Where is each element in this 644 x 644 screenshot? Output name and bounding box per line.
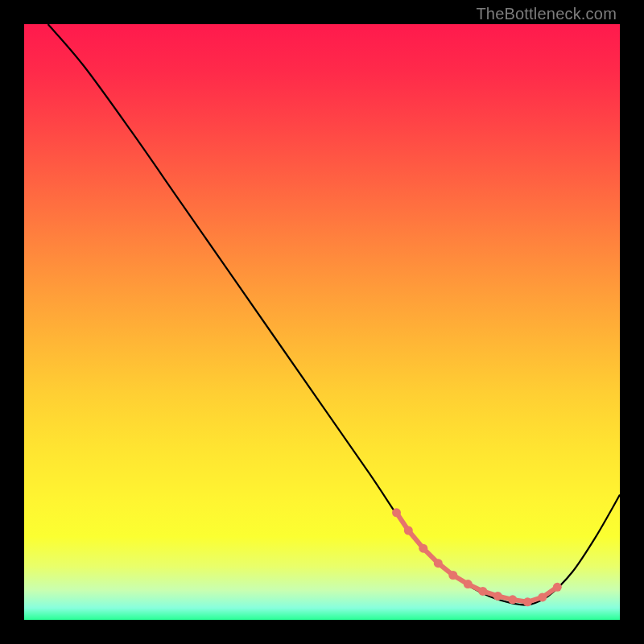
sweet-spot-dot	[419, 544, 427, 553]
sweet-spot-markers	[392, 508, 562, 606]
sweet-spot-dot	[538, 592, 547, 601]
sweet-spot-dot	[448, 571, 457, 580]
bottleneck-curve-line	[48, 24, 620, 605]
bottleneck-chart	[24, 24, 620, 620]
sweet-spot-dot	[478, 587, 487, 596]
sweet-spot-dot	[434, 559, 443, 568]
sweet-spot-dot	[392, 508, 401, 517]
sweet-spot-dot	[553, 583, 562, 592]
sweet-spot-dot	[404, 526, 413, 535]
sweet-spot-dot	[523, 597, 532, 606]
watermark-text: TheBottleneck.com	[476, 5, 617, 23]
sweet-spot-dot	[508, 595, 517, 604]
sweet-spot-dot	[493, 592, 502, 601]
sweet-spot-dot	[464, 580, 473, 588]
chart-frame	[24, 24, 620, 620]
